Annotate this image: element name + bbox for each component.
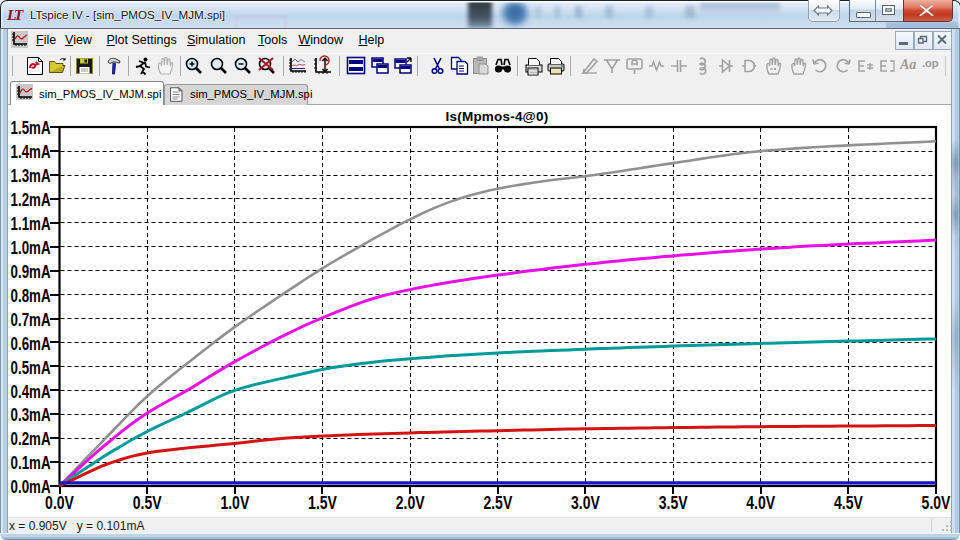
svg-text:0.2mA: 0.2mA <box>11 429 51 448</box>
svg-text:Is(Mpmos-4@0): Is(Mpmos-4@0) <box>446 109 549 124</box>
svg-text:5.0V: 5.0V <box>922 492 951 512</box>
svg-text:0.4mA: 0.4mA <box>11 382 51 401</box>
svg-text:1.0mA: 1.0mA <box>11 238 51 257</box>
svg-text:1.4mA: 1.4mA <box>11 142 51 161</box>
svg-text:4.5V: 4.5V <box>834 492 863 512</box>
svg-text:0.3mA: 0.3mA <box>11 405 51 424</box>
svg-text:0.5mA: 0.5mA <box>11 358 51 377</box>
svg-text:0.8mA: 0.8mA <box>11 286 51 305</box>
svg-text:0.9mA: 0.9mA <box>11 262 51 281</box>
svg-text:0.1mA: 0.1mA <box>11 453 51 472</box>
svg-text:1.0V: 1.0V <box>220 492 249 512</box>
svg-text:0.5V: 0.5V <box>133 492 162 512</box>
svg-text:1.1mA: 1.1mA <box>11 214 51 233</box>
svg-text:.op: .op <box>922 57 939 69</box>
svg-text:1.5mA: 1.5mA <box>11 118 51 137</box>
svg-text:4.0V: 4.0V <box>746 492 775 512</box>
svg-text:0.0V: 0.0V <box>45 492 74 512</box>
svg-text:0.6mA: 0.6mA <box>11 334 51 353</box>
svg-text:1.3mA: 1.3mA <box>11 166 51 185</box>
svg-text:2.5V: 2.5V <box>483 492 512 512</box>
svg-text:LT: LT <box>6 6 24 23</box>
svg-text:0.7mA: 0.7mA <box>11 310 51 329</box>
svg-text:Aa: Aa <box>899 57 916 72</box>
svg-text:1.2mA: 1.2mA <box>11 190 51 209</box>
svg-text:3.5V: 3.5V <box>659 492 688 512</box>
svg-text:3.0V: 3.0V <box>571 492 600 512</box>
svg-text:1.5V: 1.5V <box>308 492 337 512</box>
svg-text:2.0V: 2.0V <box>396 492 425 512</box>
